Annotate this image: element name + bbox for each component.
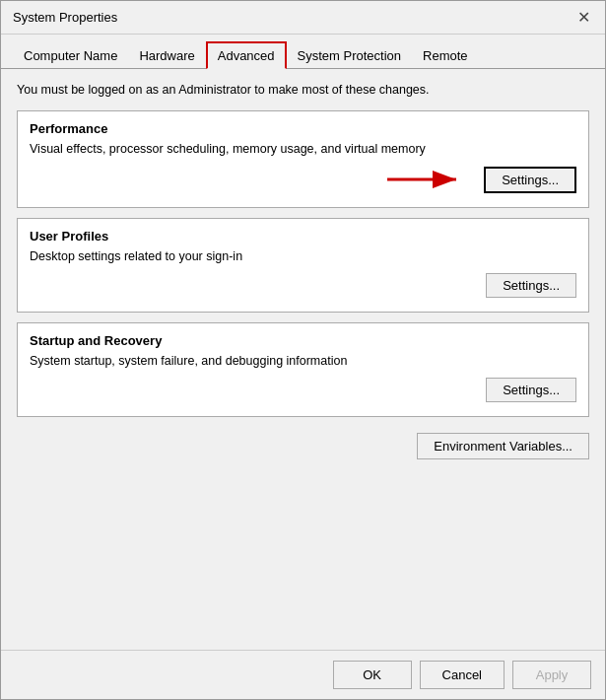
startup-recovery-desc: System startup, system failure, and debu… [30, 354, 576, 368]
user-profiles-desc: Desktop settings related to your sign-in [30, 249, 576, 263]
startup-recovery-title: Startup and Recovery [30, 333, 576, 348]
window-title: System Properties [13, 10, 117, 25]
info-text: You must be logged on as an Administrato… [17, 83, 589, 97]
close-button[interactable]: ✕ [573, 8, 593, 28]
user-profiles-btn-row: Settings... [30, 273, 576, 298]
tabs-bar: Computer Name Hardware Advanced System P… [1, 35, 605, 69]
performance-desc: Visual effects, processor scheduling, me… [30, 142, 576, 156]
startup-recovery-btn-row: Settings... [30, 378, 576, 402]
system-properties-dialog: System Properties ✕ Computer Name Hardwa… [0, 0, 606, 700]
tab-hardware[interactable]: Hardware [128, 42, 205, 69]
startup-recovery-settings-button[interactable]: Settings... [486, 378, 576, 402]
user-profiles-section: User Profiles Desktop settings related t… [17, 218, 589, 313]
tab-advanced[interactable]: Advanced [206, 41, 287, 69]
user-profiles-settings-button[interactable]: Settings... [486, 273, 576, 298]
dialog-footer: OK Cancel Apply [1, 650, 605, 699]
performance-section: Performance Visual effects, processor sc… [17, 110, 589, 208]
arrow-icon [385, 166, 474, 193]
environment-variables-button[interactable]: Environment Variables... [417, 433, 589, 459]
tab-system-protection[interactable]: System Protection [287, 42, 413, 69]
tab-remote[interactable]: Remote [412, 42, 479, 69]
startup-recovery-section: Startup and Recovery System startup, sys… [17, 322, 589, 417]
tab-computer-name[interactable]: Computer Name [13, 42, 128, 69]
performance-btn-row: Settings... [30, 166, 576, 193]
performance-settings-button[interactable]: Settings... [484, 167, 576, 193]
env-variables-row: Environment Variables... [17, 433, 589, 459]
tab-content: You must be logged on as an Administrato… [1, 69, 605, 650]
apply-button[interactable]: Apply [512, 661, 591, 689]
ok-button[interactable]: OK [333, 661, 412, 689]
cancel-button[interactable]: Cancel [420, 661, 505, 689]
user-profiles-title: User Profiles [30, 229, 576, 244]
title-bar: System Properties ✕ [1, 1, 605, 35]
performance-title: Performance [30, 121, 576, 136]
